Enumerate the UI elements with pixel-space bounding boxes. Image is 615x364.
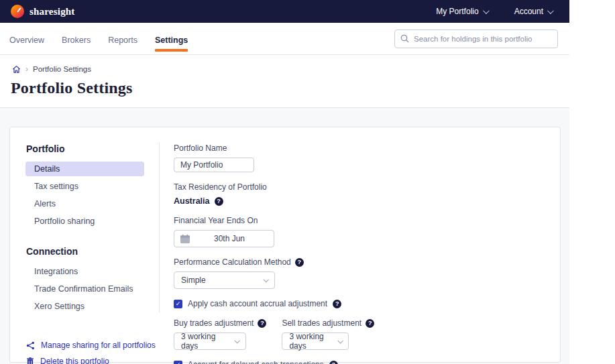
top-navbar: sharesight My Portfolio Account	[0, 0, 569, 23]
calc-method-select[interactable]: Simple	[174, 271, 275, 289]
settings-card: Portfolio Details Tax settings Alerts Po…	[9, 127, 561, 363]
sharesight-logo-icon	[11, 5, 24, 18]
delete-portfolio-link[interactable]: Delete this portfolio	[26, 357, 159, 364]
manage-sharing-link[interactable]: Manage sharing for all portfolios	[26, 341, 159, 350]
buy-adjustment-value: 3 working days	[181, 332, 235, 351]
breadcrumb-current: Portfolio Settings	[33, 65, 91, 73]
delayed-cash-checkbox-label: Account for delayed cash transactions	[188, 360, 324, 364]
chevron-down-icon	[263, 277, 268, 282]
account-menu-label: Account	[514, 7, 543, 16]
tab-settings[interactable]: Settings	[155, 23, 188, 54]
page: sharesight My Portfolio Account Overview…	[0, 0, 569, 364]
sidebar-item-tax-settings[interactable]: Tax settings	[25, 179, 144, 194]
calendar-icon	[180, 234, 190, 244]
buy-adjustment-select[interactable]: 3 working days	[174, 332, 246, 350]
settings-sidebar: Portfolio Details Tax settings Alerts Po…	[10, 127, 159, 362]
secondary-nav: Overview Brokers Reports Settings	[0, 23, 569, 55]
breadcrumb-separator: ›	[25, 64, 28, 74]
chevron-down-icon	[234, 338, 239, 343]
search-icon	[400, 34, 409, 43]
sell-adjustment-select[interactable]: 3 working days	[282, 332, 349, 350]
sidebar-item-integrations[interactable]: Integrations	[25, 264, 144, 279]
sell-adjustment-value: 3 working days	[289, 332, 337, 351]
page-title: Portfolio Settings	[0, 74, 569, 97]
sidebar-heading-connection: Connection	[26, 246, 159, 257]
sidebar-item-alerts[interactable]: Alerts	[25, 196, 144, 211]
sidebar-heading-portfolio: Portfolio	[26, 143, 159, 154]
help-icon[interactable]: ?	[215, 197, 223, 206]
financial-year-input[interactable]: 30th Jun	[174, 230, 274, 247]
trash-icon	[26, 357, 34, 364]
manage-sharing-label: Manage sharing for all portfolios	[41, 341, 156, 350]
breadcrumb: › Portfolio Settings	[0, 55, 569, 74]
tab-overview[interactable]: Overview	[9, 23, 44, 54]
tab-reports[interactable]: Reports	[108, 23, 137, 54]
search-input[interactable]	[414, 35, 552, 43]
tax-residency-value: Australia	[174, 196, 210, 206]
sell-adjustment-label: Sell trades adjustment	[282, 318, 361, 328]
details-form: Portfolio Name Tax Residency of Portfoli…	[159, 127, 374, 362]
portfolio-name-input[interactable]	[174, 158, 254, 172]
portfolio-menu-label: My Portfolio	[436, 7, 478, 16]
tab-brokers[interactable]: Brokers	[62, 23, 91, 54]
account-menu[interactable]: Account	[514, 7, 552, 16]
financial-year-value: 30th Jun	[190, 234, 268, 243]
share-icon	[26, 341, 35, 350]
sidebar-item-portfolio-sharing[interactable]: Portfolio sharing	[25, 214, 144, 229]
calc-method-label: Performance Calculation Method	[174, 257, 291, 267]
delayed-cash-checkbox[interactable]: ✓	[174, 361, 182, 364]
sidebar-item-xero-settings[interactable]: Xero Settings	[25, 299, 144, 314]
buy-adjustment-label: Buy trades adjustment	[174, 318, 254, 328]
help-icon[interactable]: ?	[333, 300, 341, 308]
chevron-down-icon	[483, 7, 490, 14]
accrual-checkbox-label: Apply cash account accrual adjustment	[188, 299, 327, 308]
portfolio-name-label: Portfolio Name	[174, 143, 374, 153]
portfolio-menu[interactable]: My Portfolio	[436, 7, 487, 16]
chevron-down-icon	[337, 338, 343, 343]
delete-portfolio-label: Delete this portfolio	[40, 357, 109, 364]
sidebar-item-trade-confirmation-emails[interactable]: Trade Confirmation Emails	[25, 282, 144, 296]
tax-residency-label: Tax Residency of Portfolio	[174, 182, 374, 192]
accrual-checkbox[interactable]: ✓	[174, 300, 182, 308]
chevron-down-icon	[547, 7, 554, 14]
help-icon[interactable]: ?	[329, 361, 338, 364]
brand-name: sharesight	[30, 6, 75, 17]
card-divider	[159, 142, 160, 312]
help-icon[interactable]: ?	[366, 319, 374, 328]
help-icon[interactable]: ?	[295, 258, 304, 267]
help-icon[interactable]: ?	[258, 319, 266, 328]
sidebar-item-details[interactable]: Details	[25, 162, 144, 176]
financial-year-label: Financial Year Ends On	[174, 216, 374, 225]
settings-section: Portfolio Details Tax settings Alerts Po…	[0, 108, 569, 364]
calc-method-value: Simple	[181, 276, 206, 285]
home-icon[interactable]	[12, 65, 21, 74]
holdings-search[interactable]	[394, 29, 558, 48]
brand-logo[interactable]: sharesight	[11, 5, 75, 18]
